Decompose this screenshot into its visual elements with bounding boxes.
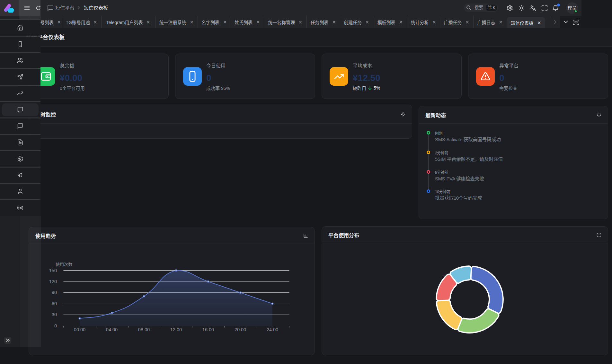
svg-text:0: 0: [54, 323, 57, 328]
svg-text:08:00: 08:00: [138, 327, 150, 332]
svg-text:使用次数: 使用次数: [56, 262, 72, 267]
svg-text:16:00: 16:00: [202, 327, 214, 332]
svg-text:12:00: 12:00: [170, 327, 182, 332]
svg-text:04:00: 04:00: [106, 327, 118, 332]
svg-text:20:00: 20:00: [235, 327, 246, 332]
svg-text:24:00: 24:00: [267, 327, 278, 332]
svg-text:150: 150: [49, 268, 57, 273]
svg-text:00:00: 00:00: [74, 327, 85, 332]
svg-text:120: 120: [49, 279, 57, 284]
svg-text:90: 90: [52, 290, 57, 295]
svg-text:60: 60: [52, 301, 57, 306]
svg-text:30: 30: [52, 312, 57, 317]
